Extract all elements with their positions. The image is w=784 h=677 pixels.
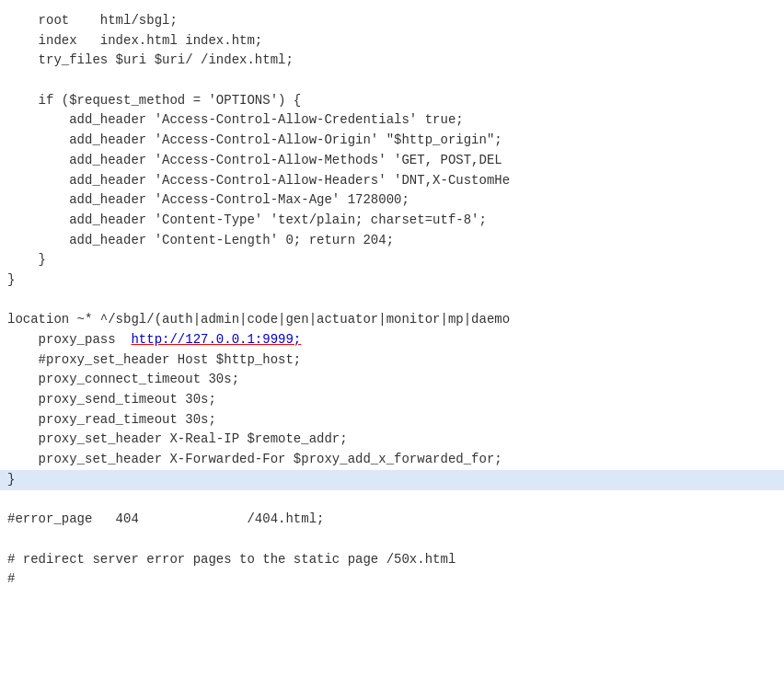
code-line-3: try_files $uri $uri/ /index.html; xyxy=(0,51,784,71)
code-line-8: add_header 'Access-Control-Allow-Methods… xyxy=(0,151,784,171)
code-line-22: proxy_set_header X-Real-IP $remote_addr; xyxy=(0,430,784,450)
code-line-23: proxy_set_header X-Forwarded-For $proxy_… xyxy=(0,450,784,470)
code-line-10: add_header 'Access-Control-Max-Age' 1728… xyxy=(0,190,784,211)
code-line-13: } xyxy=(0,250,784,270)
code-line-2: index index.html index.htm; xyxy=(0,31,784,52)
code-line-15 xyxy=(0,291,784,311)
code-line-28: # redirect server error pages to the sta… xyxy=(0,550,784,570)
code-line-11: add_header 'Content-Type' 'text/plain; c… xyxy=(0,211,784,231)
code-line-6: add_header 'Access-Control-Allow-Credent… xyxy=(0,110,784,131)
code-line-29: # xyxy=(0,569,784,590)
code-line-21: proxy_read_timeout 30s; xyxy=(0,410,784,430)
code-line-1: root html/sbgl; xyxy=(0,11,784,31)
code-line-16: location ~* ^/sbgl/(auth|admin|code|gen|… xyxy=(0,310,784,330)
code-line-25 xyxy=(0,490,784,511)
code-line-9: add_header 'Access-Control-Allow-Headers… xyxy=(0,171,784,191)
code-line-18: #proxy_set_header Host $http_host; xyxy=(0,350,784,371)
code-line-27 xyxy=(0,530,784,550)
code-line-7: add_header 'Access-Control-Allow-Origin'… xyxy=(0,131,784,151)
code-line-24: } xyxy=(0,470,784,490)
proxy-pass-link[interactable]: http://127.0.0.1:9999; xyxy=(131,332,301,347)
code-line-20: proxy_send_timeout 30s; xyxy=(0,390,784,410)
code-line-26: #error_page 404 /404.html; xyxy=(0,510,784,530)
code-line-19: proxy_connect_timeout 30s; xyxy=(0,370,784,390)
code-line-4 xyxy=(0,71,784,91)
code-line-14: } xyxy=(0,270,784,291)
code-editor: root html/sbgl; index index.html index.h… xyxy=(0,0,784,677)
code-line-12: add_header 'Content-Length' 0; return 20… xyxy=(0,231,784,251)
code-line-5: if ($request_method = 'OPTIONS') { xyxy=(0,91,784,111)
code-line-17: proxy_pass http://127.0.0.1:9999; xyxy=(0,330,784,350)
